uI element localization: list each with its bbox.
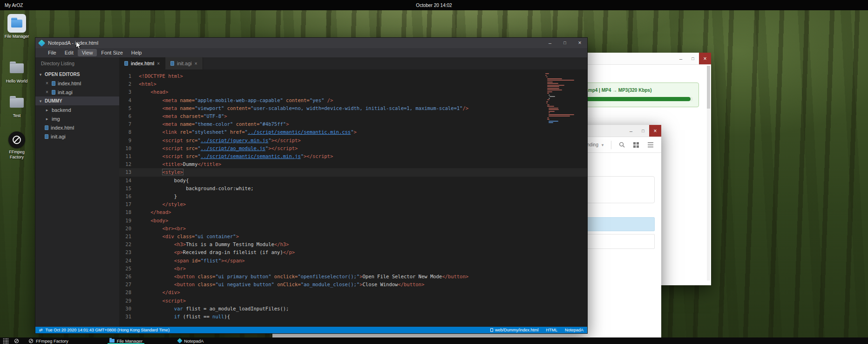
minimize-button[interactable] [542, 38, 557, 48]
tree-item-img[interactable]: img [35, 114, 119, 123]
status-file-path: web/Dummy/index.html [490, 328, 539, 332]
code-text: <h3>This is a Dummy Testing Module</h3> [139, 241, 289, 248]
close-icon[interactable] [157, 61, 160, 66]
top-bar: My ArOZ October 20 14:02 [0, 0, 868, 10]
code-line: 26 <button class="ui primary button" onc… [119, 273, 587, 281]
line-number: 17 [119, 200, 139, 208]
section-dummy-folder[interactable]: DUMMY [35, 96, 119, 105]
code-text: <meta charset="UTF-8"> [139, 112, 227, 120]
desktop-icon-test[interactable]: Test [4, 93, 30, 118]
desktop-icon-file-manager[interactable]: File Manager [4, 14, 30, 39]
status-app-name: NotepadA [565, 328, 583, 332]
status-language: HTML [546, 328, 557, 332]
menu-bar: File Edit View Font Size Help [35, 48, 587, 57]
code-line: 1<!DOCTYPE html> [119, 72, 587, 80]
minimap-line [547, 119, 549, 120]
desktop-icon-hello-world[interactable]: Hello World [4, 59, 30, 84]
code-line: 31 if (flist == null){ [119, 313, 587, 321]
file-icon [52, 81, 55, 86]
menu-edit[interactable]: Edit [61, 49, 78, 56]
file-icon [170, 61, 174, 66]
list-view-icon[interactable] [646, 141, 655, 149]
start-button[interactable] [0, 337, 11, 344]
minimap-line [545, 75, 547, 76]
close-button[interactable] [699, 53, 711, 64]
menu-file[interactable]: File [44, 49, 61, 56]
line-number: 28 [119, 289, 139, 296]
file-name: init.agi [58, 89, 73, 95]
minimap-line [549, 98, 550, 99]
section-open-editors[interactable]: OPEN EDITORS [35, 70, 119, 79]
desktop-icon-label: Test [4, 113, 30, 118]
taskbar-item-file-manager[interactable]: File Manager [107, 337, 145, 344]
maximize-button[interactable] [557, 38, 572, 48]
desktop-icon-label: Hello World [4, 79, 30, 84]
scrollbar[interactable] [707, 66, 710, 281]
code-lines: 1<!DOCTYPE html>2<html>3 <head>4 <meta n… [119, 72, 587, 321]
code-text: <br> [139, 265, 186, 273]
open-editor-init-agi[interactable]: init.agi [35, 88, 119, 96]
taskbar-aroz-icon[interactable] [11, 337, 22, 344]
line-number: 12 [119, 160, 139, 168]
line-number: 6 [119, 112, 139, 120]
code-text: <style> [139, 168, 183, 176]
minimap-line [547, 80, 574, 81]
code-text: <script src="../script/semantic/semantic… [139, 152, 333, 160]
scrollbar-thumb[interactable] [707, 66, 710, 109]
close-button[interactable] [572, 38, 587, 48]
chevron-right-icon [45, 108, 49, 112]
code-text: body{ [139, 177, 189, 185]
aroz-start-menu[interactable]: My ArOZ [0, 3, 23, 8]
close-button[interactable] [649, 125, 661, 137]
tab-init-agi[interactable]: init.agi [165, 57, 203, 69]
search-icon[interactable] [617, 141, 626, 149]
menu-font-size[interactable]: Font Size [97, 49, 127, 56]
line-number: 3 [119, 88, 139, 96]
code-text: <p>Received drag-in filelist (if any)</p… [139, 248, 295, 256]
desktop-icon-ffmpeg-factory[interactable]: FFmpeg Factory [4, 131, 30, 160]
code-text: if (flist == null){ [139, 313, 230, 321]
code-text: <br><br> [139, 225, 186, 233]
minimap-line [549, 109, 559, 110]
maximize-button[interactable] [637, 125, 649, 137]
grid-view-icon[interactable] [632, 141, 640, 149]
folder-name: img [52, 116, 60, 122]
minimap[interactable] [545, 73, 582, 124]
close-icon[interactable] [45, 81, 49, 86]
apps-grid-icon [3, 338, 8, 344]
taskbar-item-notepada[interactable]: NotepadA [175, 337, 206, 344]
code-text: <meta name="theme-color" content="#4b75f… [139, 120, 289, 128]
minimize-button[interactable] [675, 53, 687, 64]
code-line: 4 <meta name="apple-mobile-web-app-capab… [119, 96, 587, 104]
tree-item-init-agi[interactable]: init.agi [35, 132, 119, 141]
code-text: <title>Dummy</title> [139, 160, 221, 168]
line-number: 13 [119, 168, 139, 176]
conversion-task-card: NN4.mp4 | MP4 → MP3(320 Kbps) [571, 83, 699, 107]
maximize-button[interactable] [687, 53, 699, 64]
taskbar-item-label: NotepadA [184, 338, 203, 344]
toolbar-divider [611, 141, 611, 149]
code-line: 15 background-color:white; [119, 185, 587, 193]
open-editor-index-html[interactable]: index.html [35, 79, 119, 88]
tree-item-backend[interactable]: backend [35, 105, 119, 114]
line-number: 15 [119, 185, 139, 193]
code-line: 8 <link rel="stylesheet" href="../script… [119, 128, 587, 136]
code-line: 19 <body> [119, 217, 587, 225]
line-number: 27 [119, 281, 139, 289]
code-text: <meta name="viewport" content="user-scal… [139, 104, 468, 112]
taskbar-item-ffmpeg-factory[interactable]: FFmpeg Factory [26, 337, 71, 344]
code-text: <body> [139, 217, 168, 225]
minimize-button[interactable] [625, 125, 637, 137]
code-line: 24 <span id="flist"></span> [119, 257, 587, 265]
close-icon[interactable] [45, 89, 49, 95]
menu-help[interactable]: Help [127, 49, 146, 56]
line-number: 14 [119, 177, 139, 185]
tree-item-index-html[interactable]: index.html [35, 123, 119, 132]
code-editor[interactable]: 1<!DOCTYPE html>2<html>3 <head>4 <meta n… [119, 69, 587, 327]
tab-index-html[interactable]: index.html [119, 57, 165, 69]
close-icon[interactable] [195, 61, 197, 66]
notepada-titlebar[interactable]: NotepadA - index.html [35, 38, 587, 48]
menu-view[interactable]: View [78, 49, 97, 56]
code-line: 29 <script> [119, 297, 587, 305]
line-number: 11 [119, 152, 139, 160]
